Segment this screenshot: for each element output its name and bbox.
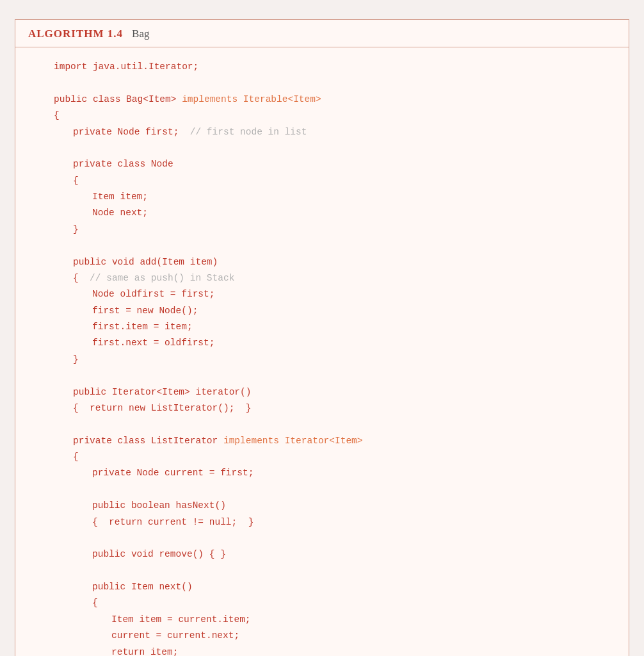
code-line: first = new Node();	[35, 303, 609, 319]
code-line: public class Bag<Item> implements Iterab…	[35, 92, 609, 108]
code-line	[35, 368, 609, 384]
code-line: import java.util.Iterator;	[35, 59, 609, 75]
code-line: public void add(Item item)	[35, 254, 609, 270]
code-line: }	[35, 352, 609, 368]
code-line: public Item next()	[35, 579, 609, 595]
code-line: public Iterator<Item> iterator()	[35, 384, 609, 400]
code-line: }	[35, 222, 609, 238]
code-line: private Node first; // first node in lis…	[35, 124, 609, 140]
code-line: Node oldfirst = first;	[35, 286, 609, 302]
code-line: Item item;	[35, 189, 609, 205]
algorithm-header: ALGORITHM 1.4 Bag	[15, 20, 629, 47]
algorithm-box: ALGORITHM 1.4 Bag import java.util.Itera…	[15, 19, 629, 656]
code-line: return item;	[35, 644, 609, 657]
code-line	[35, 530, 609, 546]
code-line: current = current.next;	[35, 628, 609, 644]
code-line: first.next = oldfirst;	[35, 335, 609, 351]
code-line: { // same as push() in Stack	[35, 270, 609, 286]
code-line: {	[35, 173, 609, 189]
algorithm-label: ALGORITHM 1.4	[28, 28, 123, 40]
code-line	[35, 482, 609, 498]
code-line: private class ListIterator implements It…	[35, 433, 609, 449]
code-line	[35, 140, 609, 156]
code-line: { return current != null; }	[35, 514, 609, 530]
code-line: first.item = item;	[35, 319, 609, 335]
code-line	[35, 416, 609, 432]
code-line: private class Node	[35, 156, 609, 172]
code-line: private Node current = first;	[35, 465, 609, 481]
code-line: {	[35, 595, 609, 611]
code-line: public void remove() { }	[35, 546, 609, 562]
code-area: import java.util.Iterator; public class …	[15, 47, 629, 656]
code-line: Item item = current.item;	[35, 612, 609, 628]
code-line	[35, 563, 609, 579]
code-line: Node next;	[35, 205, 609, 221]
code-line: { return new ListIterator(); }	[35, 400, 609, 416]
code-line	[35, 238, 609, 254]
code-line: public boolean hasNext()	[35, 498, 609, 514]
code-line: {	[35, 449, 609, 465]
code-line: {	[35, 108, 609, 124]
code-line	[35, 75, 609, 91]
algorithm-title: Bag	[132, 28, 149, 40]
